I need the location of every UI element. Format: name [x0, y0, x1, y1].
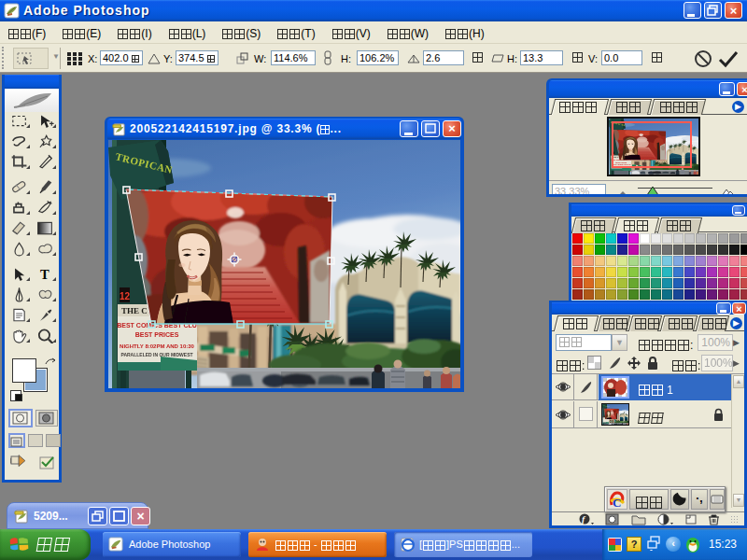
svg-text:C: C	[613, 496, 621, 509]
svg-text:T: T	[40, 267, 49, 282]
